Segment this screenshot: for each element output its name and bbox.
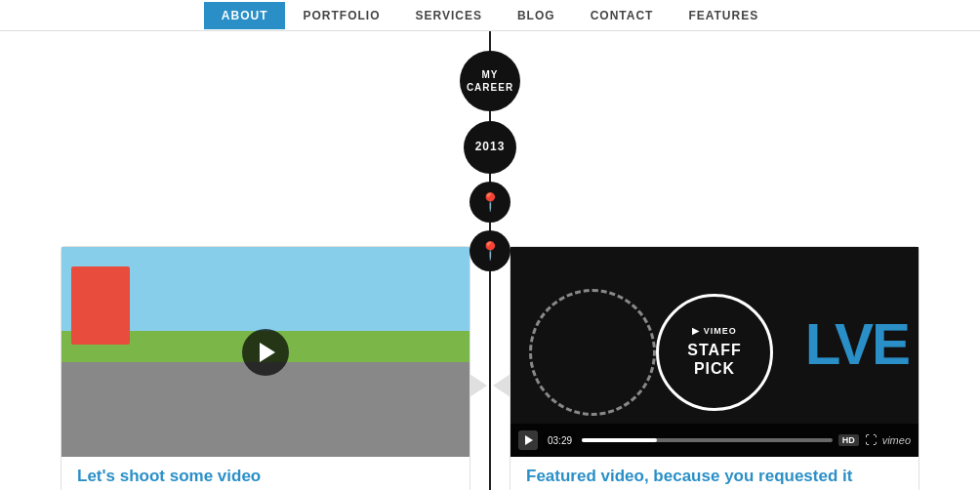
nav-item-services[interactable]: SERVICES: [397, 2, 499, 29]
right-card-title: Featured video, because you requested it: [510, 457, 919, 490]
nav-item-features[interactable]: FEATURES: [671, 2, 776, 29]
card-right: ▶ vimeo STAFF PICK 03:29 HD ⛶ vimeo: [510, 246, 919, 490]
main-nav: ABOUT PORTFOLIO SERVICES BLOG CONTACT FE…: [0, 0, 980, 31]
left-card-title: Let's shoot some video: [61, 457, 470, 490]
hd-badge: HD: [838, 434, 859, 446]
fullscreen-icon[interactable]: ⛶: [865, 433, 877, 447]
year-circle[interactable]: 2013: [464, 121, 516, 174]
video-controls-bar: 03:29 HD ⛶ vimeo: [510, 424, 919, 457]
nav-item-portfolio[interactable]: PORTFOLIO: [285, 2, 397, 29]
vimeo-watermark: vimeo: [882, 434, 911, 446]
nav-item-about[interactable]: ABOUT: [204, 2, 286, 29]
left-thumbnail: [61, 247, 470, 457]
left-play-button[interactable]: [242, 329, 289, 376]
progress-fill: [582, 438, 657, 442]
right-thumbnail: ▶ vimeo STAFF PICK 03:29 HD ⛶ vimeo: [510, 247, 919, 457]
pin-circle-1[interactable]: 📍: [470, 182, 510, 223]
nav-item-contact[interactable]: CONTACT: [573, 2, 672, 29]
wreath-decoration: [529, 289, 656, 416]
video-play-button[interactable]: [518, 430, 538, 450]
nav-item-blog[interactable]: BLOG: [500, 2, 573, 29]
pin-circle-2[interactable]: 📍: [470, 230, 510, 271]
card-left: Let's shoot some video Maecenas sit amet…: [61, 246, 470, 490]
video-time: 03:29: [544, 433, 576, 448]
timeline-nodes: MY CAREER 2013 📍 📍: [460, 51, 520, 271]
career-circle[interactable]: MY CAREER: [460, 51, 520, 111]
progress-bar[interactable]: [582, 438, 833, 442]
main-content: MY CAREER 2013 📍 📍 Let's shoot some vide…: [0, 31, 980, 490]
